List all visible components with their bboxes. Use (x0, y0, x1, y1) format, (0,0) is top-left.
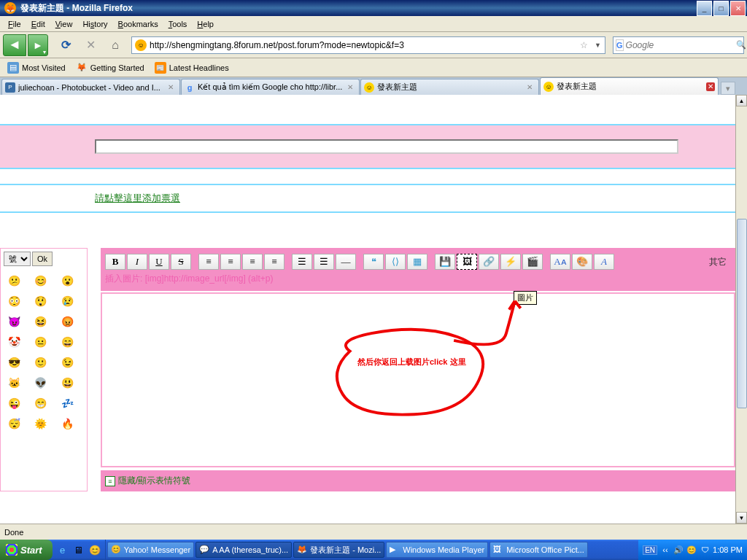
emoji-item[interactable]: 🐱 (7, 376, 21, 390)
editor-textarea[interactable]: 圖片 然后你返回上载图片click 这里 (101, 292, 735, 467)
tab-close-icon[interactable]: ✕ (706, 82, 715, 91)
menu-edit[interactable]: Edit (26, 18, 50, 30)
emoji-category-select[interactable]: 號 (4, 252, 31, 266)
bookmark-getting-started[interactable]: 🦊 Getting Started (71, 61, 149, 75)
emoji-item[interactable]: 😢 (60, 294, 74, 308)
emoji-item[interactable]: 🤡 (7, 335, 21, 349)
menu-bookmarks[interactable]: Bookmarks (113, 18, 163, 30)
ql-yahoo-icon[interactable]: 😊 (88, 542, 102, 557)
tray-smile-icon[interactable]: 😊 (686, 545, 697, 555)
home-button[interactable]: ⌂ (107, 36, 124, 54)
bookmark-latest-headlines[interactable]: 📰 Latest Headlines (150, 61, 233, 75)
task-yahoo-messenger[interactable]: 😊 Yahoo! Messenger (107, 542, 195, 558)
clock[interactable]: 1:08 PM (713, 545, 743, 554)
google-icon[interactable]: G (616, 39, 624, 51)
tray-volume-icon[interactable]: 🔊 (673, 545, 684, 555)
reload-button[interactable]: ⟳ (57, 36, 74, 54)
bold-button[interactable]: B (105, 254, 125, 270)
scroll-thumb[interactable] (737, 219, 747, 408)
vertical-scrollbar[interactable]: ▲ ▼ (735, 95, 747, 524)
close-button[interactable]: ✕ (730, 1, 746, 16)
emoji-item[interactable]: 😐 (34, 335, 48, 349)
search-box[interactable]: G 🔍 (613, 36, 744, 54)
emoji-item[interactable]: 😴 (7, 416, 21, 431)
emoji-item[interactable]: 😆 (34, 314, 48, 329)
bookmark-most-visited[interactable]: ▤ Most Visited (3, 61, 70, 75)
emoji-item[interactable]: 😄 (60, 335, 74, 349)
tab-close-icon[interactable]: ✕ (527, 83, 535, 92)
back-button[interactable]: ◄ (3, 34, 26, 56)
emoji-item[interactable]: 😲 (34, 294, 48, 308)
tab-close-icon[interactable]: ✕ (347, 83, 356, 92)
emoji-item[interactable]: 😕 (7, 273, 21, 288)
menu-tools[interactable]: Tools (163, 18, 193, 30)
tab-photobucket[interactable]: P juliechoan - Photobucket - Video and I… (1, 79, 180, 95)
tab-close-icon[interactable]: ✕ (168, 83, 177, 92)
url-input[interactable] (150, 40, 580, 50)
underline-button[interactable]: U (149, 254, 169, 270)
menu-help[interactable]: Help (192, 18, 219, 30)
upload-button[interactable]: 💾 (435, 254, 455, 270)
emoji-item[interactable]: 😁 (34, 396, 48, 411)
align-right-button[interactable]: ≡ (242, 254, 263, 270)
emoji-item[interactable]: 😮 (60, 273, 74, 288)
emoji-item[interactable]: 😎 (7, 355, 21, 370)
add-poll-link[interactable]: 請點擊這里添加票選 (95, 192, 180, 205)
emoji-item[interactable]: 😈 (7, 314, 21, 329)
tab-forum-2-active[interactable]: ☺ 發表新主題 ✕ (540, 77, 719, 95)
hr-button[interactable]: — (336, 254, 356, 270)
scroll-down-button[interactable]: ▼ (736, 512, 747, 524)
tab-forum-1[interactable]: ☺ 發表新主題 ✕ (360, 79, 539, 95)
link-button[interactable]: 🔗 (479, 254, 499, 270)
search-input[interactable] (626, 40, 736, 50)
emoji-item[interactable]: 😊 (34, 273, 48, 288)
emoji-item[interactable]: 😳 (7, 294, 21, 308)
stop-button[interactable]: ✕ (82, 36, 99, 54)
task-office[interactable]: 🖼 Microsoft Office Pict... (489, 542, 588, 558)
menu-file[interactable]: File (3, 18, 26, 30)
scroll-up-button[interactable]: ▲ (736, 95, 747, 106)
search-icon[interactable]: 🔍 (736, 40, 746, 50)
emoji-item[interactable]: 😜 (7, 396, 21, 411)
align-center-button[interactable]: ≡ (220, 254, 241, 270)
emoji-item[interactable]: 😡 (60, 314, 74, 329)
list-ordered-button[interactable]: ☰ (314, 254, 334, 270)
forward-button[interactable]: ► (28, 34, 48, 56)
language-indicator[interactable]: EN (643, 545, 657, 555)
subject-input[interactable] (95, 139, 678, 154)
task-aaa[interactable]: 💬 A AA (theresa_truc)... (196, 542, 292, 558)
emoji-ok-button[interactable]: Ok (32, 252, 53, 266)
tray-shield-icon[interactable]: 🛡 (700, 545, 710, 555)
font-family-button[interactable]: A (594, 254, 614, 270)
start-button[interactable]: Start (0, 540, 53, 560)
minimize-button[interactable]: _ (697, 1, 712, 16)
ql-desktop-icon[interactable]: 🖥 (71, 542, 86, 557)
tray-expand-icon[interactable]: ‹‹ (660, 545, 670, 555)
emoji-item[interactable]: 😉 (60, 355, 74, 370)
table-button[interactable]: ▦ (407, 254, 427, 270)
code-button[interactable]: ⟨⟩ (385, 254, 406, 270)
new-tab-button[interactable]: ▾ (721, 82, 735, 95)
emoji-item[interactable]: 😃 (60, 376, 74, 390)
bookmark-star-icon[interactable]: ☆ (580, 40, 592, 50)
image-button[interactable]: 🖼 (457, 254, 477, 270)
video-button[interactable]: 🎬 (522, 254, 543, 270)
url-bar[interactable]: ☺ ☆ ▼ (131, 36, 605, 54)
task-wmp[interactable]: ▶ Windows Media Player (386, 542, 488, 558)
emoji-item[interactable]: 👽 (34, 376, 48, 390)
align-left-button[interactable]: ≡ (198, 254, 219, 270)
tab-google-search[interactable]: g Kết quả tìm kiếm Google cho http://lib… (181, 79, 360, 95)
toggle-emoji-link[interactable]: ≡ 隱藏/顯示表情符號 (105, 475, 731, 487)
align-justify-button[interactable]: ≡ (264, 254, 285, 270)
url-dropdown-icon[interactable]: ▼ (595, 42, 605, 49)
flash-button[interactable]: ⚡ (500, 254, 521, 270)
maximize-button[interactable]: □ (713, 1, 729, 16)
font-color-button[interactable]: 🎨 (572, 254, 592, 270)
emoji-item[interactable]: 🙂 (34, 355, 48, 370)
emoji-item[interactable]: 🔥 (60, 416, 74, 431)
task-firefox[interactable]: 🦊 發表新主題 - Mozi... (293, 542, 384, 558)
emoji-item[interactable]: 💤 (60, 396, 74, 411)
italic-button[interactable]: I (127, 254, 147, 270)
list-unordered-button[interactable]: ☰ (292, 254, 312, 270)
emoji-item[interactable]: 🌞 (34, 416, 48, 431)
